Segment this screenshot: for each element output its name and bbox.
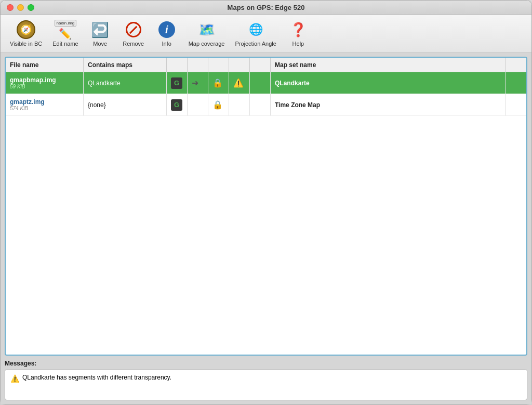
cell-filename-2: gmaptz.img 574 KiB xyxy=(6,94,84,115)
maximize-button[interactable] xyxy=(28,4,34,11)
projection-angle-label: Projection Angle xyxy=(235,41,276,47)
info-label: Info xyxy=(162,41,171,47)
content-area: File name Contains maps Map set name xyxy=(1,53,531,404)
cell-maps-1: QLandkarte xyxy=(84,72,167,94)
map-coverage-button[interactable]: 🗺️ Map coverage xyxy=(184,18,229,49)
move-button[interactable]: ↩️ Move xyxy=(85,18,116,49)
cell-mapset-2: Time Zone Map xyxy=(271,94,506,115)
cell-col9-2 xyxy=(506,94,526,115)
cell-col9-1 xyxy=(506,72,526,94)
cell-warning-1: ⚠️ xyxy=(229,72,250,94)
cell-warning-2 xyxy=(229,94,250,115)
help-label: Help xyxy=(292,41,304,47)
cell-mapset-1: QLandkarte xyxy=(271,72,506,94)
arrow-icon: ➜ xyxy=(192,78,198,88)
toolbar: 🧭 Visible in BC nadin.img ✏️ Edit name ↩… xyxy=(1,15,531,53)
col-filename: File name xyxy=(6,58,84,72)
g-icon: G xyxy=(171,99,182,111)
help-button[interactable]: ❓ Help xyxy=(283,18,314,49)
cell-g-icon-2: G xyxy=(167,94,188,115)
lock-icon: 🔒 xyxy=(212,100,223,110)
remove-label: Remove xyxy=(123,41,144,47)
title-bar: Maps on GPS: Edge 520 xyxy=(1,1,531,15)
remove-icon xyxy=(124,20,143,39)
file-table: File name Contains maps Map set name xyxy=(5,57,527,356)
map-coverage-icon: 🗺️ xyxy=(197,20,216,39)
edit-name-label: Edit name xyxy=(52,41,78,47)
cell-empty-1 xyxy=(250,72,271,94)
message-warning-icon: ⚠️ xyxy=(10,374,19,383)
info-button[interactable]: i Info xyxy=(151,18,182,49)
window-title: Maps on GPS: Edge 520 xyxy=(228,4,305,11)
cell-lock-1: 🔒 xyxy=(208,72,229,94)
warning-icon: ⚠️ xyxy=(233,78,244,88)
minimize-button[interactable] xyxy=(17,4,24,11)
remove-button[interactable]: Remove xyxy=(118,18,149,49)
app-window: Maps on GPS: Edge 520 🧭 Visible in BC na… xyxy=(0,0,532,405)
help-icon: ❓ xyxy=(289,20,308,39)
edit-name-icon: nadin.img ✏️ xyxy=(56,20,75,39)
cell-g-icon-1: G xyxy=(167,72,188,94)
map-coverage-label: Map coverage xyxy=(189,41,225,47)
move-label: Move xyxy=(93,41,107,47)
col7 xyxy=(250,58,271,72)
cell-arrow-1: ➜ xyxy=(188,72,208,94)
col3 xyxy=(167,58,188,72)
move-icon: ↩️ xyxy=(91,20,110,39)
col6 xyxy=(229,58,250,72)
info-icon: i xyxy=(157,20,176,39)
col5 xyxy=(208,58,229,72)
g-icon: G xyxy=(171,77,182,89)
cell-lock-2: 🔒 xyxy=(208,94,229,115)
col-contains-maps: Contains maps xyxy=(84,58,167,72)
compass-icon: 🧭 xyxy=(17,20,35,39)
messages-area: Messages: ⚠️ QLandkarte has segments wit… xyxy=(5,360,527,400)
cell-arrow-2 xyxy=(188,94,208,115)
cell-filename-1: gmapbmap.img 59 KiB xyxy=(6,72,84,94)
visible-bc-label: Visible in BC xyxy=(10,41,42,47)
close-button[interactable] xyxy=(7,4,14,11)
cell-empty-2 xyxy=(250,94,271,115)
projection-angle-icon: 🌐 xyxy=(246,20,265,39)
message-text: QLandkarte has segments with different t… xyxy=(22,374,171,381)
cell-maps-2: {none} xyxy=(84,94,167,115)
messages-label: Messages: xyxy=(5,360,527,367)
table-row[interactable]: gmaptz.img 574 KiB {none} G 🔒 xyxy=(6,94,526,116)
table-header: File name Contains maps Map set name xyxy=(6,58,526,72)
projection-angle-button[interactable]: 🌐 Projection Angle xyxy=(231,18,281,49)
edit-name-button[interactable]: nadin.img ✏️ Edit name xyxy=(48,18,83,49)
visible-bc-button[interactable]: 🧭 Visible in BC xyxy=(6,18,46,49)
traffic-lights xyxy=(7,4,34,11)
table-row[interactable]: gmapbmap.img 59 KiB QLandkarte G ➜ 🔒 xyxy=(6,72,526,94)
table-body: gmapbmap.img 59 KiB QLandkarte G ➜ 🔒 xyxy=(6,72,526,355)
lock-icon: 🔒 xyxy=(212,78,223,88)
col4 xyxy=(188,58,208,72)
messages-box: ⚠️ QLandkarte has segments with differen… xyxy=(5,369,527,400)
col-mapset: Map set name xyxy=(271,58,506,72)
col9 xyxy=(506,58,526,72)
